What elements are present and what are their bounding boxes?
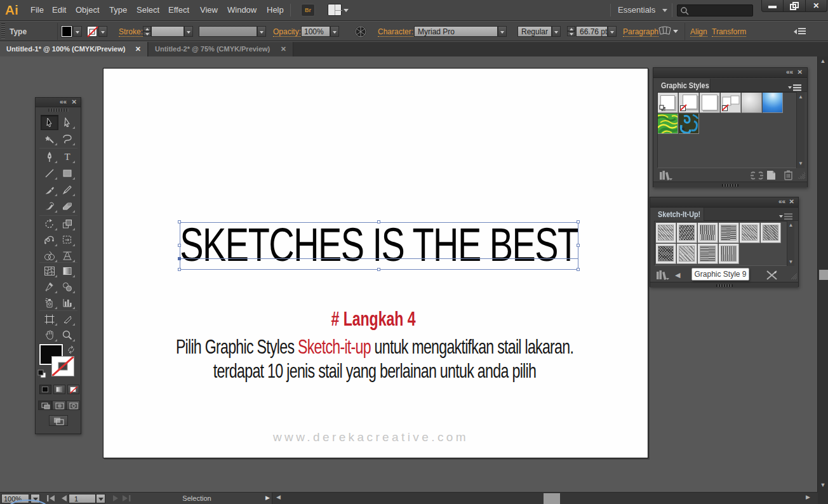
svg-text:T: T — [64, 152, 70, 162]
